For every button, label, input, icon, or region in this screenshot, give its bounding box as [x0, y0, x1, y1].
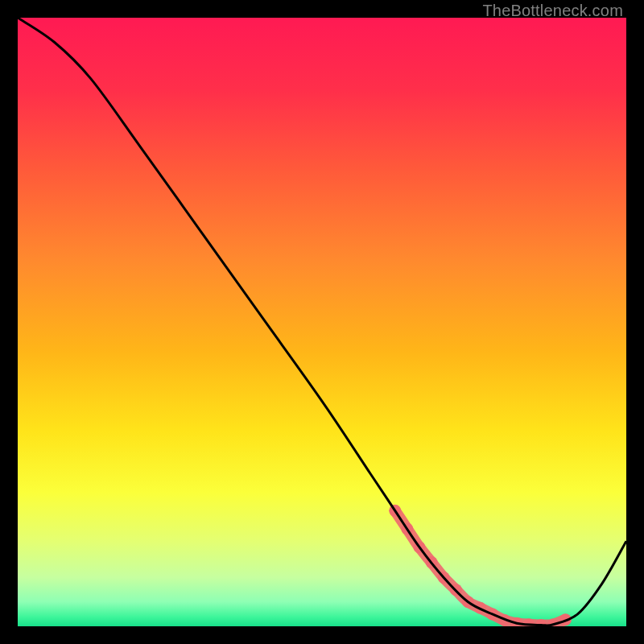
- gradient-background: [18, 18, 626, 626]
- chart-frame: [18, 18, 626, 626]
- watermark-text: TheBottleneck.com: [482, 2, 623, 20]
- bottleneck-chart: [18, 18, 626, 626]
